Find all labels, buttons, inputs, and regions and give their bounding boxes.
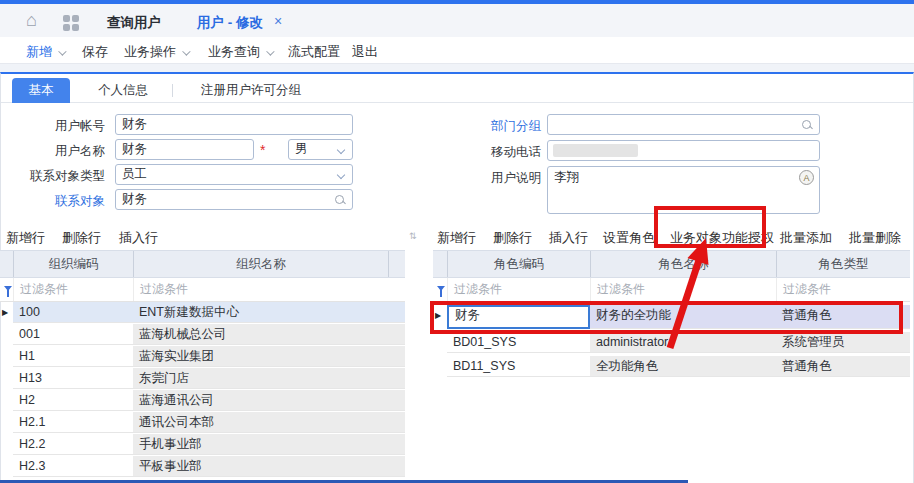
filter-funnel-icon[interactable] bbox=[4, 286, 12, 291]
account-label: 用户帐号 bbox=[1, 118, 105, 135]
exit-button[interactable]: 退出 bbox=[352, 43, 378, 61]
role-add-row-button[interactable]: 新增行 bbox=[437, 229, 476, 247]
table-row[interactable]: BD01_SYS administrator 系统管理员 bbox=[433, 332, 910, 354]
set-role-button[interactable]: 设置角色 bbox=[603, 229, 655, 247]
biz-object-auth-button[interactable]: 业务对象功能授权 bbox=[670, 229, 774, 247]
tab-license-group[interactable]: 注册用户许可分组 bbox=[185, 78, 317, 103]
batch-delete-button[interactable]: 批量删除 bbox=[849, 229, 901, 247]
table-row[interactable]: 001 蓝海机械总公司 bbox=[0, 324, 405, 346]
role-col-code[interactable]: 角色编码 bbox=[447, 251, 590, 277]
org-filter-name[interactable]: 过滤条件 bbox=[133, 278, 388, 301]
org-cell-name[interactable]: 蓝海实业集团 bbox=[133, 346, 388, 367]
org-cell-name[interactable]: 蓝海机械总公司 bbox=[133, 324, 388, 345]
table-row[interactable]: H2 蓝海通讯公司 bbox=[0, 390, 405, 412]
role-delete-row-button[interactable]: 删除行 bbox=[493, 229, 532, 247]
role-cell-type[interactable]: 系统管理员 bbox=[776, 332, 910, 353]
username-label: 用户名称 bbox=[1, 143, 105, 160]
role-insert-row-button[interactable]: 插入行 bbox=[549, 229, 588, 247]
role-filter-code[interactable]: 过滤条件 bbox=[447, 278, 590, 301]
circled-a-icon[interactable]: A bbox=[799, 170, 814, 185]
role-filter-type[interactable]: 过滤条件 bbox=[776, 278, 910, 301]
window-tab-query-user[interactable]: 查询用户 bbox=[107, 14, 161, 32]
table-row[interactable]: H2.3 平板事业部 bbox=[0, 456, 405, 478]
role-cell-code[interactable]: BD11_SYS bbox=[447, 356, 590, 377]
org-insert-row-button[interactable]: 插入行 bbox=[119, 229, 158, 247]
org-cell-code[interactable]: H13 bbox=[13, 368, 133, 389]
role-table-header: 角色编码 角色名称 角色类型 bbox=[433, 250, 910, 278]
org-cell-tail bbox=[388, 302, 405, 323]
org-table-header: 组织编码 组织名称 bbox=[0, 250, 405, 278]
apps-grid-icon[interactable] bbox=[63, 15, 79, 31]
role-cell-name[interactable]: 财务的全功能 bbox=[590, 305, 776, 329]
role-filter-name[interactable]: 过滤条件 bbox=[590, 278, 776, 301]
org-cell-code[interactable]: H2.3 bbox=[13, 456, 133, 477]
dept-group-input[interactable] bbox=[547, 114, 820, 135]
role-cell-type[interactable]: 普通角色 bbox=[776, 305, 910, 329]
org-delete-row-button[interactable]: 删除行 bbox=[62, 229, 101, 247]
table-row[interactable]: ▶ 100 ENT新建数据中心 bbox=[0, 302, 405, 324]
org-cell-tail bbox=[388, 434, 405, 455]
window-tab-user-modify[interactable]: 用户 - 修改 bbox=[197, 14, 263, 32]
role-col-name[interactable]: 角色名称 bbox=[590, 251, 776, 277]
org-cell-code[interactable]: H2.2 bbox=[13, 434, 133, 455]
biz-ops-menu[interactable]: 业务操作 bbox=[124, 43, 188, 61]
org-cell-name[interactable]: ENT新建数据中心 bbox=[133, 302, 388, 323]
toolbar-gap bbox=[0, 64, 914, 72]
org-cell-code[interactable]: H2 bbox=[13, 390, 133, 411]
table-row[interactable]: ▶ 财务 财务的全功能 普通角色 bbox=[433, 305, 910, 330]
org-cell-name[interactable]: 通讯公司本部 bbox=[133, 412, 388, 433]
org-cell-code[interactable]: 001 bbox=[13, 324, 133, 345]
org-col-code[interactable]: 组织编码 bbox=[13, 251, 133, 277]
user-desc-value: 李翔 bbox=[554, 170, 579, 184]
tab-personal-info[interactable]: 个人信息 bbox=[85, 78, 161, 103]
new-button[interactable]: 新增 bbox=[26, 43, 64, 61]
chevron-down-icon bbox=[58, 47, 66, 55]
table-row[interactable]: H13 东莞门店 bbox=[0, 368, 405, 390]
filter-funnel-icon[interactable] bbox=[437, 286, 445, 291]
username-input[interactable]: 财务 bbox=[115, 139, 254, 160]
org-cell-code[interactable]: H1 bbox=[13, 346, 133, 367]
role-cell-code[interactable]: BD01_SYS bbox=[447, 332, 590, 353]
org-cell-name[interactable]: 蓝海通讯公司 bbox=[133, 390, 388, 411]
tab-basic[interactable]: 基本 bbox=[12, 78, 70, 103]
close-tab-icon[interactable]: × bbox=[274, 13, 282, 29]
dept-group-link-label[interactable]: 部门分组 bbox=[441, 118, 541, 135]
table-row[interactable]: H1 蓝海实业集团 bbox=[0, 346, 405, 368]
table-row[interactable]: BD11_SYS 全功能角色 普通角色 bbox=[433, 356, 910, 378]
search-icon[interactable] bbox=[801, 119, 813, 131]
new-button-label: 新增 bbox=[26, 44, 52, 59]
chevron-down-icon bbox=[266, 47, 274, 55]
biz-query-menu[interactable]: 业务查询 bbox=[208, 43, 272, 61]
panel-splitter-icon[interactable]: ⇅ bbox=[409, 231, 417, 241]
role-cell-type[interactable]: 普通角色 bbox=[776, 356, 910, 377]
home-icon[interactable]: ⌂ bbox=[26, 10, 37, 31]
org-cell-name[interactable]: 手机事业部 bbox=[133, 434, 388, 455]
app-window: ⌂ 查询用户 用户 - 修改 × 新增 保存 业务操作 业务查询 流式配置 退出… bbox=[0, 0, 914, 483]
mobile-input[interactable] bbox=[547, 140, 820, 161]
table-row[interactable]: H2.2 手机事业部 bbox=[0, 434, 405, 456]
role-col-type[interactable]: 角色类型 bbox=[776, 251, 910, 277]
user-desc-textarea[interactable]: 李翔A bbox=[547, 166, 820, 214]
contact-link-label[interactable]: 联系对象 bbox=[1, 193, 105, 210]
account-input[interactable]: 财务 bbox=[115, 114, 353, 135]
org-add-row-button[interactable]: 新增行 bbox=[6, 229, 45, 247]
row-marker-icon: ▶ bbox=[2, 302, 8, 323]
table-row[interactable]: H2.1 通讯公司本部 bbox=[0, 412, 405, 434]
org-cell-code[interactable]: H2.1 bbox=[13, 412, 133, 433]
org-filter-code[interactable]: 过滤条件 bbox=[13, 278, 133, 301]
batch-add-button[interactable]: 批量添加 bbox=[780, 229, 832, 247]
role-cell-name[interactable]: 全功能角色 bbox=[590, 356, 776, 377]
contact-type-select[interactable]: 员工 bbox=[115, 164, 353, 185]
role-cell-code[interactable]: 财务 bbox=[447, 305, 590, 329]
org-cell-name[interactable]: 平板事业部 bbox=[133, 456, 388, 477]
tab-divider bbox=[172, 84, 173, 97]
gender-select[interactable]: 男 bbox=[288, 139, 353, 160]
role-cell-name[interactable]: administrator bbox=[590, 332, 776, 353]
search-icon[interactable] bbox=[334, 194, 346, 206]
save-button[interactable]: 保存 bbox=[82, 43, 108, 61]
org-col-name[interactable]: 组织名称 bbox=[133, 251, 388, 277]
org-cell-name[interactable]: 东莞门店 bbox=[133, 368, 388, 389]
contact-input[interactable]: 财务 bbox=[115, 189, 353, 210]
org-cell-code[interactable]: 100 bbox=[13, 302, 133, 323]
flow-config-button[interactable]: 流式配置 bbox=[288, 43, 340, 61]
